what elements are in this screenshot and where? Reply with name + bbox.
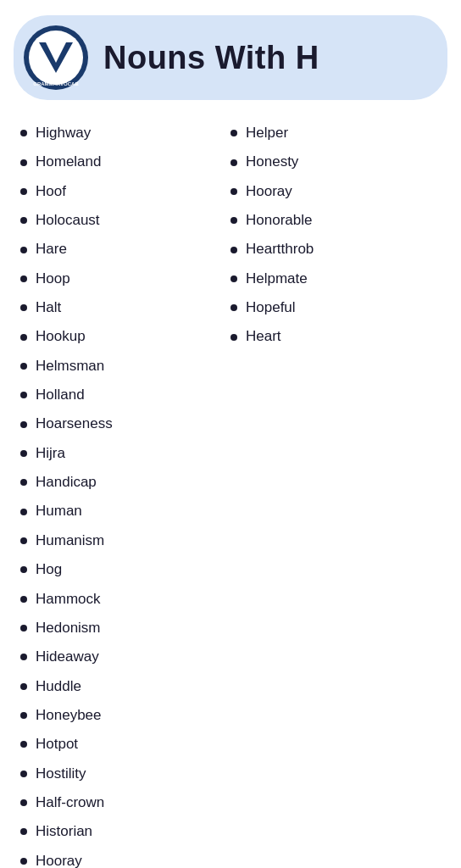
list-item: Homeland <box>20 147 230 176</box>
word-label: Holocaust <box>36 209 100 231</box>
list-item: Historian <box>20 817 230 846</box>
bullet-icon <box>20 509 27 515</box>
bullet-icon <box>20 421 27 428</box>
word-label: Huddle <box>36 676 81 698</box>
page-title: Nouns With H <box>103 40 319 76</box>
bullet-icon <box>20 275 27 282</box>
bullet-icon <box>230 247 237 253</box>
left-column: HighwayHomelandHoofHolocaustHareHoopHalt… <box>20 119 230 868</box>
list-item: Hooray <box>20 847 230 868</box>
word-label: Half-crown <box>36 792 104 814</box>
word-label: Hopeful <box>246 297 296 319</box>
bullet-icon <box>20 654 27 660</box>
list-item: Handicap <box>20 468 230 497</box>
bullet-icon <box>20 683 27 690</box>
bullet-icon <box>20 450 27 457</box>
list-item: Hedonism <box>20 614 230 643</box>
bullet-icon <box>20 625 27 632</box>
svg-point-1 <box>29 31 83 85</box>
list-item: Hooray <box>230 177 441 206</box>
bullet-icon <box>230 304 237 311</box>
word-label: Hammock <box>36 588 101 610</box>
bullet-icon <box>20 188 27 195</box>
word-label: Hideaway <box>36 646 99 668</box>
list-item: Hostility <box>20 760 230 788</box>
bullet-icon <box>20 741 27 748</box>
bullet-icon <box>230 159 237 166</box>
list-item: Hammock <box>20 585 230 614</box>
list-item: Heart <box>230 322 441 351</box>
list-item: Hog <box>20 555 230 584</box>
list-item: Hoop <box>20 264 230 293</box>
word-label: Hare <box>36 238 67 260</box>
list-item: Honeybee <box>20 701 230 730</box>
bullet-icon <box>20 217 27 224</box>
list-item: Hideaway <box>20 643 230 671</box>
word-label: Humanism <box>36 530 104 552</box>
word-label: Handicap <box>36 471 97 493</box>
list-item: Highway <box>20 119 230 147</box>
word-label: Hookup <box>36 326 86 348</box>
bullet-icon <box>20 392 27 398</box>
word-label: Hotpot <box>36 733 78 755</box>
list-item: Helper <box>230 119 441 147</box>
bullet-icon <box>230 188 237 195</box>
list-item: Hoof <box>20 177 230 206</box>
word-label: Homeland <box>36 151 102 173</box>
list-item: Helmsman <box>20 352 230 381</box>
word-label: Hooray <box>36 850 82 868</box>
bullet-icon <box>20 858 27 865</box>
bullet-icon <box>20 334 27 341</box>
word-label: Helmsman <box>36 355 104 377</box>
list-item: Hijra <box>20 439 230 468</box>
bullet-icon <box>20 566 27 573</box>
list-item: Hookup <box>20 322 230 351</box>
bullet-icon <box>20 479 27 486</box>
list-item: Hoarseness <box>20 409 230 438</box>
bullet-icon <box>230 130 237 136</box>
page-header: GRAMMARVOCAB Nouns With H <box>14 15 447 100</box>
list-item: Halt <box>20 293 230 322</box>
bullet-icon <box>230 217 237 224</box>
list-item: Holland <box>20 381 230 409</box>
word-label: Hoof <box>36 181 66 203</box>
word-label: Hoarseness <box>36 413 113 435</box>
word-label: Hostility <box>36 763 86 785</box>
word-label: Honeybee <box>36 704 102 726</box>
list-item: Hotpot <box>20 730 230 759</box>
list-item: Hare <box>20 235 230 264</box>
content-area: HighwayHomelandHoofHolocaustHareHoopHalt… <box>14 119 447 868</box>
bullet-icon <box>20 537 27 544</box>
bullet-icon <box>230 334 237 341</box>
word-label: Hoop <box>36 268 70 290</box>
list-item: Heartthrob <box>230 235 441 264</box>
list-item: Honesty <box>230 147 441 176</box>
list-item: Human <box>20 497 230 526</box>
word-label: Halt <box>36 297 61 319</box>
svg-text:GRAMMARVOCAB: GRAMMARVOCAB <box>33 81 79 86</box>
list-item: Honorable <box>230 206 441 235</box>
bullet-icon <box>20 771 27 777</box>
word-label: Heart <box>246 326 281 348</box>
list-item: Huddle <box>20 672 230 701</box>
word-label: Honesty <box>246 151 298 173</box>
list-item: Hopeful <box>230 293 441 322</box>
word-label: Hooray <box>246 181 292 203</box>
word-label: Helper <box>246 122 288 144</box>
word-label: Helpmate <box>246 268 308 290</box>
bullet-icon <box>20 828 27 835</box>
word-label: Hedonism <box>36 617 101 639</box>
word-label: Human <box>36 500 82 522</box>
bullet-icon <box>20 799 27 806</box>
word-label: Historian <box>36 821 92 843</box>
right-column: HelperHonestyHoorayHonorableHeartthrobHe… <box>230 119 441 868</box>
bullet-icon <box>20 596 27 603</box>
bullet-icon <box>20 130 27 136</box>
word-label: Hijra <box>36 442 65 465</box>
word-label: Honorable <box>246 209 312 231</box>
bullet-icon <box>20 712 27 719</box>
bullet-icon <box>20 247 27 253</box>
bullet-icon <box>20 363 27 370</box>
word-label: Highway <box>36 122 91 144</box>
list-item: Half-crown <box>20 788 230 817</box>
